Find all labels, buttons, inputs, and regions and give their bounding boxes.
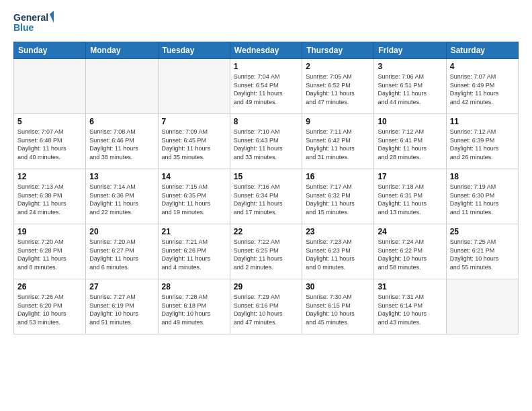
day-number: 21: [162, 227, 226, 236]
day-info: Sunrise: 7:08 AMSunset: 6:46 PMDaylight:…: [89, 128, 154, 161]
calendar-cell: 5Sunrise: 7:07 AMSunset: 6:48 PMDaylight…: [14, 114, 86, 169]
calendar-body: 1Sunrise: 7:04 AMSunset: 6:54 PMDaylight…: [14, 59, 519, 334]
calendar-cell: [14, 59, 86, 114]
day-number: 18: [450, 172, 515, 181]
calendar-cell: 12Sunrise: 7:13 AMSunset: 6:38 PMDayligh…: [14, 169, 86, 224]
day-number: 20: [89, 227, 154, 236]
week-row-4: 19Sunrise: 7:20 AMSunset: 6:28 PMDayligh…: [14, 224, 519, 279]
logo: General Blue: [13, 11, 54, 35]
day-number: 30: [306, 282, 370, 291]
day-number: 11: [450, 117, 515, 126]
week-row-5: 26Sunrise: 7:26 AMSunset: 6:20 PMDayligh…: [14, 279, 519, 334]
day-number: 27: [89, 282, 154, 291]
calendar-cell: 11Sunrise: 7:12 AMSunset: 6:39 PMDayligh…: [446, 114, 518, 169]
day-number: 16: [306, 172, 370, 181]
day-info: Sunrise: 7:22 AMSunset: 6:25 PMDaylight:…: [234, 238, 298, 271]
day-number: 29: [234, 282, 298, 291]
svg-text:General: General: [13, 12, 48, 23]
day-number: 13: [89, 172, 154, 181]
calendar-cell: 17Sunrise: 7:18 AMSunset: 6:31 PMDayligh…: [374, 169, 446, 224]
day-info: Sunrise: 7:27 AMSunset: 6:19 PMDaylight:…: [89, 293, 154, 326]
col-header-monday: Monday: [86, 42, 158, 59]
col-header-friday: Friday: [374, 42, 446, 59]
day-number: 28: [162, 282, 226, 291]
col-header-thursday: Thursday: [302, 42, 374, 59]
day-number: 10: [378, 117, 442, 126]
day-info: Sunrise: 7:20 AMSunset: 6:27 PMDaylight:…: [89, 238, 154, 271]
col-header-tuesday: Tuesday: [158, 42, 230, 59]
week-row-3: 12Sunrise: 7:13 AMSunset: 6:38 PMDayligh…: [14, 169, 519, 224]
day-info: Sunrise: 7:31 AMSunset: 6:14 PMDaylight:…: [378, 293, 442, 326]
day-info: Sunrise: 7:12 AMSunset: 6:41 PMDaylight:…: [378, 128, 442, 161]
calendar-cell: 18Sunrise: 7:19 AMSunset: 6:30 PMDayligh…: [446, 169, 518, 224]
day-number: 15: [234, 172, 298, 181]
day-number: 6: [89, 117, 154, 126]
calendar-cell: 21Sunrise: 7:21 AMSunset: 6:26 PMDayligh…: [158, 224, 230, 279]
header: General Blue: [13, 11, 519, 35]
day-number: 19: [17, 227, 82, 236]
day-number: 7: [162, 117, 226, 126]
day-info: Sunrise: 7:19 AMSunset: 6:30 PMDaylight:…: [450, 183, 515, 216]
day-info: Sunrise: 7:25 AMSunset: 6:21 PMDaylight:…: [450, 238, 515, 271]
calendar-cell: 24Sunrise: 7:24 AMSunset: 6:22 PMDayligh…: [374, 224, 446, 279]
calendar-cell: 30Sunrise: 7:30 AMSunset: 6:15 PMDayligh…: [302, 279, 374, 334]
day-info: Sunrise: 7:14 AMSunset: 6:36 PMDaylight:…: [89, 183, 154, 216]
calendar-cell: [86, 59, 158, 114]
day-info: Sunrise: 7:29 AMSunset: 6:16 PMDaylight:…: [234, 293, 298, 326]
col-header-wednesday: Wednesday: [230, 42, 302, 59]
day-number: 4: [450, 62, 515, 71]
logo-svg: General Blue: [13, 11, 54, 35]
col-header-saturday: Saturday: [446, 42, 518, 59]
calendar-cell: 31Sunrise: 7:31 AMSunset: 6:14 PMDayligh…: [374, 279, 446, 334]
svg-text:Blue: Blue: [13, 22, 34, 33]
calendar-cell: 22Sunrise: 7:22 AMSunset: 6:25 PMDayligh…: [230, 224, 302, 279]
day-info: Sunrise: 7:07 AMSunset: 6:49 PMDaylight:…: [450, 73, 515, 106]
day-info: Sunrise: 7:12 AMSunset: 6:39 PMDaylight:…: [450, 128, 515, 161]
day-info: Sunrise: 7:15 AMSunset: 6:35 PMDaylight:…: [162, 183, 226, 216]
day-info: Sunrise: 7:21 AMSunset: 6:26 PMDaylight:…: [162, 238, 226, 271]
calendar-cell: 29Sunrise: 7:29 AMSunset: 6:16 PMDayligh…: [230, 279, 302, 334]
day-number: 25: [450, 227, 515, 236]
day-info: Sunrise: 7:20 AMSunset: 6:28 PMDaylight:…: [17, 238, 82, 271]
calendar-header: SundayMondayTuesdayWednesdayThursdayFrid…: [14, 42, 519, 59]
calendar-cell: 15Sunrise: 7:16 AMSunset: 6:34 PMDayligh…: [230, 169, 302, 224]
calendar-cell: 14Sunrise: 7:15 AMSunset: 6:35 PMDayligh…: [158, 169, 230, 224]
svg-marker-2: [50, 11, 54, 23]
calendar-cell: [446, 279, 518, 334]
day-number: 14: [162, 172, 226, 181]
calendar-cell: 6Sunrise: 7:08 AMSunset: 6:46 PMDaylight…: [86, 114, 158, 169]
calendar-cell: 13Sunrise: 7:14 AMSunset: 6:36 PMDayligh…: [86, 169, 158, 224]
week-row-2: 5Sunrise: 7:07 AMSunset: 6:48 PMDaylight…: [14, 114, 519, 169]
day-number: 26: [17, 282, 82, 291]
day-number: 5: [17, 117, 82, 126]
calendar-cell: 8Sunrise: 7:10 AMSunset: 6:43 PMDaylight…: [230, 114, 302, 169]
calendar-cell: 28Sunrise: 7:28 AMSunset: 6:18 PMDayligh…: [158, 279, 230, 334]
day-info: Sunrise: 7:26 AMSunset: 6:20 PMDaylight:…: [17, 293, 82, 326]
day-info: Sunrise: 7:09 AMSunset: 6:45 PMDaylight:…: [162, 128, 226, 161]
day-info: Sunrise: 7:16 AMSunset: 6:34 PMDaylight:…: [234, 183, 298, 216]
week-row-1: 1Sunrise: 7:04 AMSunset: 6:54 PMDaylight…: [14, 59, 519, 114]
day-number: 9: [306, 117, 370, 126]
day-info: Sunrise: 7:23 AMSunset: 6:23 PMDaylight:…: [306, 238, 370, 271]
day-info: Sunrise: 7:11 AMSunset: 6:42 PMDaylight:…: [306, 128, 370, 161]
day-info: Sunrise: 7:24 AMSunset: 6:22 PMDaylight:…: [378, 238, 442, 271]
day-info: Sunrise: 7:10 AMSunset: 6:43 PMDaylight:…: [234, 128, 298, 161]
day-info: Sunrise: 7:28 AMSunset: 6:18 PMDaylight:…: [162, 293, 226, 326]
calendar-cell: 25Sunrise: 7:25 AMSunset: 6:21 PMDayligh…: [446, 224, 518, 279]
calendar-cell: 1Sunrise: 7:04 AMSunset: 6:54 PMDaylight…: [230, 59, 302, 114]
day-number: 31: [378, 282, 442, 291]
calendar-cell: 26Sunrise: 7:26 AMSunset: 6:20 PMDayligh…: [14, 279, 86, 334]
day-info: Sunrise: 7:07 AMSunset: 6:48 PMDaylight:…: [17, 128, 82, 161]
page: General Blue SundayMondayTuesdayWednesda…: [0, 0, 532, 411]
calendar-cell: 20Sunrise: 7:20 AMSunset: 6:27 PMDayligh…: [86, 224, 158, 279]
col-header-sunday: Sunday: [14, 42, 86, 59]
calendar-cell: 27Sunrise: 7:27 AMSunset: 6:19 PMDayligh…: [86, 279, 158, 334]
calendar-cell: 9Sunrise: 7:11 AMSunset: 6:42 PMDaylight…: [302, 114, 374, 169]
day-number: 23: [306, 227, 370, 236]
calendar-cell: 23Sunrise: 7:23 AMSunset: 6:23 PMDayligh…: [302, 224, 374, 279]
day-number: 8: [234, 117, 298, 126]
day-number: 1: [234, 62, 298, 71]
calendar-cell: 19Sunrise: 7:20 AMSunset: 6:28 PMDayligh…: [14, 224, 86, 279]
day-number: 22: [234, 227, 298, 236]
day-info: Sunrise: 7:18 AMSunset: 6:31 PMDaylight:…: [378, 183, 442, 216]
